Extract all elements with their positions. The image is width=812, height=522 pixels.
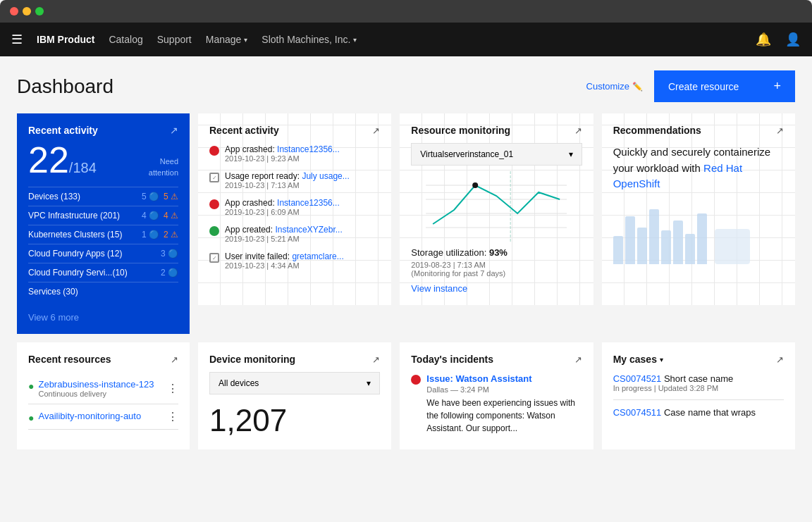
error-icon [209, 146, 219, 156]
expand-icon[interactable]: ↗ [372, 125, 380, 136]
activity-event: App created: InstanceXYZebr... 2019-10-2… [209, 225, 380, 243]
incident-error-icon [411, 375, 421, 385]
device-metric: 1,207 [209, 403, 380, 438]
create-resource-button[interactable]: Create resource + [654, 70, 795, 102]
chevron-down-icon: ▾ [569, 149, 573, 159]
incident-item: Issue: Watson Assistant Dallas — 3:24 PM… [411, 373, 582, 435]
event-link[interactable]: gretamclare... [292, 251, 343, 261]
event-link[interactable]: Instance12356... [277, 198, 340, 208]
list-item: Cloud Foundry Apps (12) 3 🔵 [28, 244, 178, 263]
resource-menu-icon[interactable]: ⋮ [167, 382, 178, 395]
monitoring-chart [411, 171, 582, 242]
list-item: Devices (133) 5 🔵 5 ⚠ [28, 187, 178, 206]
resource-name[interactable]: Availibity-monitoring-auto [38, 411, 141, 421]
activity-sidebar-card: Recent activity ↗ 22/184 Need attention … [17, 113, 190, 334]
activity-event: App crashed: Instance12356... 2019-10-23… [209, 144, 380, 163]
resource-item: ● Zebrabusiness-instance-123 Continuous … [28, 373, 178, 404]
todays-incidents-card: Today's incidents ↗ Issue: Watson Assist… [400, 342, 593, 449]
instance-dropdown[interactable]: Virtualserverinstance_01 ▾ [411, 143, 582, 166]
menu-icon[interactable]: ☰ [11, 32, 23, 47]
activity-event: ✓ User invite failed: gretamclare... 201… [209, 251, 380, 270]
list-item: VPC Infrastructure (201) 4 🔵 4 ⚠ [28, 206, 178, 225]
view-more-link[interactable]: View 6 more [28, 312, 178, 323]
recent-activity-title: Recent activity [209, 125, 279, 136]
resource-item: ● Availibity-monitoring-auto ⋮ [28, 404, 178, 430]
checklist-icon: ✓ [209, 253, 219, 263]
page-title: Dashboard [17, 75, 113, 98]
incidents-title: Today's incidents [411, 354, 493, 365]
nav-item-support[interactable]: Support [157, 34, 192, 45]
navbar: ☰ IBM Product Catalog Support Manage ▾ S… [0, 23, 812, 56]
chevron-down-icon: ▾ [353, 36, 357, 44]
event-link[interactable]: InstanceXYZebr... [275, 225, 342, 235]
device-monitoring-title: Device monitoring [209, 354, 295, 365]
activity-count: 22 [28, 139, 69, 180]
my-cases-title: My cases [613, 354, 657, 365]
device-monitoring-card: Device monitoring ↗ All devices ▾ 1,207 [198, 342, 391, 449]
activity-total: /184 [69, 160, 97, 175]
device-dropdown[interactable]: All devices ▾ [209, 372, 380, 394]
case-id[interactable]: CS0074511 [613, 407, 662, 418]
error-icon [209, 199, 219, 209]
resource-name[interactable]: Zebrabusiness-instance-123 [38, 379, 154, 390]
main-content: Dashboard Customize ✏️ Create resource +… [0, 56, 812, 508]
rec-illustration [613, 201, 784, 264]
nav-dropdown-manage[interactable]: Manage ▾ [206, 34, 248, 45]
expand-icon[interactable]: ↗ [170, 125, 178, 136]
dot-green [35, 7, 44, 15]
dot-yellow [23, 7, 31, 15]
activity-sidebar-title: Recent activity [28, 125, 98, 136]
storage-pct: 93% [489, 247, 508, 258]
window-chrome [0, 0, 812, 23]
expand-icon[interactable]: ↗ [776, 125, 784, 136]
my-cases-card: My cases ▾ ↗ CS0074521 Short case name I… [602, 342, 795, 449]
expand-icon[interactable]: ↗ [171, 354, 178, 365]
recommendations-card: Recommendations ↗ Quickly and securely c… [602, 113, 795, 305]
nav-dropdown-org[interactable]: Sloth Machines, Inc. ▾ [262, 34, 357, 45]
nav-item-catalog[interactable]: Catalog [109, 34, 142, 45]
case-item: CS0074521 Short case name In progress | … [613, 373, 784, 400]
resource-monitoring-card: Resource monitoring ↗ Virtualserverinsta… [400, 113, 593, 305]
list-item: Services (30) [28, 282, 178, 301]
dashboard-grid: Recent activity ↗ 22/184 Need attention … [17, 113, 795, 334]
recent-resources-title: Recent resources [28, 354, 111, 365]
case-id[interactable]: CS0074521 [613, 373, 662, 384]
recent-resources-card: Recent resources ↗ ● Zebrabusiness-insta… [17, 342, 190, 449]
expand-icon[interactable]: ↗ [372, 354, 380, 365]
activity-list: Devices (133) 5 🔵 5 ⚠ VPC Infrastructure… [28, 187, 178, 301]
status-icon-green: ● [28, 412, 34, 423]
plus-icon: + [773, 79, 781, 94]
expand-icon[interactable]: ↗ [776, 354, 784, 365]
view-instance-link[interactable]: View instance [411, 283, 467, 294]
success-icon [209, 226, 219, 236]
activity-event: ✓ Usage report ready: July usage... 2019… [209, 171, 380, 189]
expand-icon[interactable]: ↗ [574, 354, 582, 365]
svg-point-5 [472, 182, 478, 188]
chevron-down-icon: ▾ [244, 36, 247, 44]
dot-red [10, 7, 18, 15]
resource-menu-icon[interactable]: ⋮ [167, 410, 178, 423]
list-item: Cloud Foundry Servi...(10) 2 🔵 [28, 263, 178, 282]
chart-area [411, 171, 582, 242]
chevron-down-icon: ▾ [367, 378, 371, 388]
notification-icon[interactable]: 🔔 [756, 32, 771, 47]
dashboard-header: Dashboard Customize ✏️ Create resource + [17, 70, 795, 102]
status-icon-green: ● [28, 380, 34, 392]
event-link[interactable]: July usage... [302, 171, 349, 181]
nav-brand: IBM Product [37, 34, 94, 45]
event-link[interactable]: Instance12356... [277, 144, 340, 154]
incident-link[interactable]: Issue: Watson Assistant [426, 373, 582, 384]
user-icon[interactable]: 👤 [785, 32, 801, 47]
customize-button[interactable]: Customize ✏️ [586, 81, 643, 92]
recommendations-title: Recommendations [613, 125, 701, 136]
activity-event: App crashed: Instance12356... 2019-10-23… [209, 198, 380, 216]
need-attention-label: Need attention [136, 156, 178, 178]
checklist-icon: ✓ [209, 173, 219, 182]
expand-icon[interactable]: ↗ [574, 125, 582, 136]
edit-icon: ✏️ [632, 82, 643, 92]
list-item: Kubernetes Clusters (15) 1 🔵 2 ⚠ [28, 225, 178, 244]
bottom-grid: Recent resources ↗ ● Zebrabusiness-insta… [17, 342, 795, 449]
chevron-down-icon[interactable]: ▾ [660, 356, 663, 363]
case-item: CS0074511 Case name that wraps [613, 407, 784, 418]
resource-monitoring-title: Resource monitoring [411, 125, 510, 136]
